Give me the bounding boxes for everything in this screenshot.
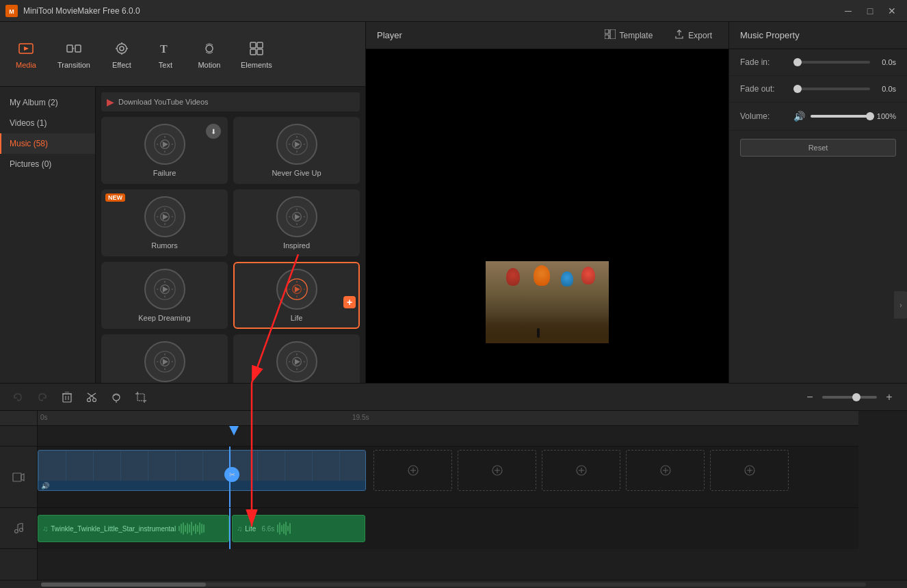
trans-slot-3[interactable] xyxy=(542,450,620,491)
minimize-button[interactable]: ─ xyxy=(839,1,858,21)
reset-button[interactable]: Reset xyxy=(740,139,896,157)
template-label: Template xyxy=(620,31,653,40)
volume-prop-thumb[interactable] xyxy=(866,112,874,120)
template-button[interactable]: Template xyxy=(599,27,659,44)
player-title: Player xyxy=(377,30,402,40)
zoom-slider[interactable] xyxy=(822,396,877,399)
svg-point-45 xyxy=(93,398,96,401)
timeline-scrollbar[interactable] xyxy=(0,580,907,588)
elements-icon xyxy=(247,39,266,58)
volume-prop-fill xyxy=(811,115,870,118)
music-note-icon-never-give-up xyxy=(276,124,317,165)
music-item-inspired[interactable]: Inspired xyxy=(233,189,360,256)
sidebar-item-music[interactable]: Music (58) xyxy=(0,133,95,154)
fade-out-slider[interactable] xyxy=(793,88,870,90)
video-clip[interactable]: 🔊 xyxy=(38,450,366,491)
fade-out-value: 0.0s xyxy=(876,85,896,93)
toolbar-media[interactable]: Media xyxy=(5,34,47,75)
music-clip-1[interactable]: ♫ Twinkle_Twinkle_Little_Star_instrument… xyxy=(38,515,229,542)
spacer-label xyxy=(0,426,37,446)
music-note-icon-life xyxy=(276,269,317,310)
maximize-button[interactable]: □ xyxy=(860,1,880,21)
trans-slot-4[interactable] xyxy=(626,450,705,491)
music-grid: ⬇ Failure Never Give Up xyxy=(101,117,360,393)
svg-rect-4 xyxy=(67,45,73,52)
fade-out-thumb[interactable] xyxy=(793,85,802,93)
timeline-content[interactable]: 0s 19.5s 🔊 xyxy=(38,411,907,580)
toolbar-effect[interactable]: Effect xyxy=(101,34,142,75)
music-clip-2-duration: 6.6s xyxy=(261,525,274,533)
app-icon: M xyxy=(5,5,18,17)
audio-detach-button[interactable] xyxy=(107,388,126,407)
toolbar: Media Transition Effect T Text xyxy=(0,22,365,87)
fade-in-slider[interactable] xyxy=(793,61,870,64)
delete-button[interactable] xyxy=(57,388,77,407)
svg-rect-16 xyxy=(257,42,263,48)
music-item-life[interactable]: + Life xyxy=(233,262,360,329)
svg-point-44 xyxy=(88,398,91,401)
svg-rect-17 xyxy=(250,49,256,55)
download-btn-failure[interactable]: ⬇ xyxy=(206,124,221,139)
timeline-inner: 0s 19.5s 🔊 xyxy=(38,411,858,580)
sidebar-item-videos[interactable]: Videos (1) xyxy=(0,113,95,133)
collapse-panel-button[interactable]: › xyxy=(894,291,907,319)
music-item-failure-label: Failure xyxy=(153,169,176,177)
svg-line-47 xyxy=(88,393,94,398)
undo-button[interactable] xyxy=(8,388,27,407)
trans-slot-2[interactable] xyxy=(458,450,536,491)
download-youtube-bar[interactable]: ▶ Download YouTube Videos xyxy=(101,92,360,111)
music-item-keep-dreaming[interactable]: Keep Dreaming xyxy=(101,262,228,329)
trans-slot-1[interactable] xyxy=(373,450,452,491)
music-note-icon-inspired xyxy=(276,196,317,237)
sidebar-item-pictures[interactable]: Pictures (0) xyxy=(0,154,95,174)
trans-slot-5[interactable] xyxy=(710,450,789,491)
crop-button[interactable] xyxy=(131,388,150,407)
zoom-out-button[interactable]: − xyxy=(800,388,819,407)
effect-icon xyxy=(112,39,131,58)
music-note-icon-7 xyxy=(144,341,185,382)
cut-marker: ✂ xyxy=(224,467,239,482)
redo-button[interactable] xyxy=(33,388,52,407)
zoom-in-button[interactable]: + xyxy=(880,388,899,407)
music-item-never-give-up[interactable]: Never Give Up xyxy=(233,117,360,184)
toolbar-text[interactable]: T Text xyxy=(145,34,186,75)
timeline-ruler: 0s 19.5s xyxy=(38,411,858,426)
music-track-label xyxy=(0,508,37,549)
template-icon xyxy=(605,29,616,41)
export-button[interactable]: Export xyxy=(669,27,718,44)
h-scroll-thumb[interactable] xyxy=(41,583,206,587)
volume-label: Volume: xyxy=(740,111,788,121)
music-item-life-label: Life xyxy=(291,314,303,322)
toolbar-motion[interactable]: Motion xyxy=(189,34,230,75)
ruler-mark-start: 0s xyxy=(40,414,48,421)
spacer-track xyxy=(38,426,858,446)
video-track-label xyxy=(0,446,37,508)
volume-value: 100% xyxy=(876,112,896,120)
music-item-keep-dreaming-label: Keep Dreaming xyxy=(138,314,190,322)
cut-button[interactable] xyxy=(82,388,101,407)
close-button[interactable]: ✕ xyxy=(882,1,902,21)
svg-point-14 xyxy=(206,45,213,52)
svg-rect-35 xyxy=(605,29,609,34)
export-label: Export xyxy=(688,31,712,40)
zoom-thumb[interactable] xyxy=(852,393,860,401)
toolbar-transition[interactable]: Transition xyxy=(49,34,98,75)
music-item-failure[interactable]: ⬇ Failure xyxy=(101,117,228,184)
svg-rect-50 xyxy=(137,394,144,401)
music-clip-2[interactable]: ♫ Life 6.6s xyxy=(232,515,365,542)
volume-property-slider[interactable] xyxy=(811,115,870,118)
playhead-indicator xyxy=(229,426,239,436)
music-note-icon-rumors xyxy=(144,196,185,237)
timeline-area: − + 0s 19.5s xyxy=(0,383,907,588)
toolbar-elements[interactable]: Elements xyxy=(233,34,280,75)
zoom-controls: − + xyxy=(800,388,899,407)
svg-text:M: M xyxy=(9,8,14,15)
music-item-rumors[interactable]: NEW Rumors xyxy=(101,189,228,256)
svg-rect-39 xyxy=(63,394,71,402)
badge-new-rumors: NEW xyxy=(105,193,125,202)
timeline: 0s 19.5s 🔊 xyxy=(0,411,907,580)
music-clip-1-name: Twinkle_Twinkle_Little_Star_instrumental xyxy=(51,525,176,533)
h-scroll-track[interactable] xyxy=(41,583,866,587)
sidebar-item-my-album[interactable]: My Album (2) xyxy=(0,92,95,113)
fade-in-thumb[interactable] xyxy=(793,58,802,66)
